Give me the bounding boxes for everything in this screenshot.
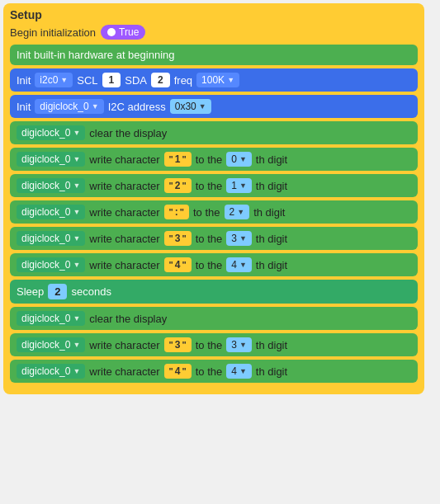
sda-label: SDA <box>125 74 147 87</box>
char-value: 4 <box>164 364 192 379</box>
chevron-down-icon: ▼ <box>199 102 206 111</box>
digiclock-write-dropdown[interactable]: digiclock_0 ▼ <box>17 337 85 352</box>
freq-label: freq <box>174 74 192 87</box>
write-rows-group-1: digiclock_0 ▼ write character 1 to the 0… <box>10 148 418 276</box>
char-value: 1 <box>164 152 192 167</box>
digit-dropdown[interactable]: 4 ▼ <box>226 364 252 379</box>
chevron-down-icon: ▼ <box>73 234 80 243</box>
chevron-down-icon: ▼ <box>60 76 68 84</box>
setup-title: Setup <box>10 8 418 21</box>
toggle-circle-icon <box>107 28 116 36</box>
init-digiclock-label: Init <box>17 101 31 113</box>
freq-dropdown[interactable]: 100K ▼ <box>196 73 239 87</box>
write-char-label: write character <box>89 153 159 166</box>
to-the-label: to the <box>196 365 223 378</box>
digiclock-device-dropdown[interactable]: digiclock_0 ▼ <box>35 99 103 114</box>
th-digit-label: th digit <box>256 153 287 166</box>
digit-dropdown[interactable]: 3 ▼ <box>226 337 252 352</box>
write-char-block: digiclock_0 ▼ write character 3 to the 3… <box>10 227 418 250</box>
setup-block: Setup Begin initialization True Init bui… <box>3 3 424 394</box>
chevron-down-icon: ▼ <box>73 155 80 163</box>
chevron-down-icon: ▼ <box>239 367 247 375</box>
chevron-down-icon: ▼ <box>239 234 247 243</box>
digit-dropdown[interactable]: 4 ▼ <box>226 257 252 272</box>
write-char-label: write character <box>89 233 159 245</box>
sleep-unit: seconds <box>71 285 111 298</box>
write-char-block: digiclock_0 ▼ write character 4 to the 4… <box>10 360 418 383</box>
to-the-label: to the <box>196 153 223 166</box>
sda-val[interactable]: 2 <box>151 73 170 87</box>
i2c-device-dropdown[interactable]: i2c0 ▼ <box>35 73 73 87</box>
write-char-block: digiclock_0 ▼ write character 4 to the 4… <box>10 253 418 276</box>
digit-dropdown[interactable]: 0 ▼ <box>226 152 252 167</box>
write-rows-group-2: digiclock_0 ▼ write character 3 to the 3… <box>10 333 418 383</box>
chevron-down-icon: ▼ <box>239 261 247 269</box>
char-value: : <box>164 205 189 219</box>
chevron-down-icon: ▼ <box>73 314 80 323</box>
chevron-down-icon: ▼ <box>92 102 99 111</box>
digiclock-write-dropdown[interactable]: digiclock_0 ▼ <box>17 257 85 272</box>
chevron-down-icon: ▼ <box>239 155 247 163</box>
to-the-label: to the <box>196 339 223 351</box>
char-value: 2 <box>164 178 192 193</box>
sleep-value[interactable]: 2 <box>48 284 67 299</box>
th-digit-label: th digit <box>256 259 287 271</box>
chevron-down-icon: ▼ <box>73 261 80 269</box>
scl-label: SCL <box>77 74 97 87</box>
clear-display-1: digiclock_0 ▼ clear the display <box>10 121 418 144</box>
th-digit-label: th digit <box>256 365 287 378</box>
scl-val[interactable]: 1 <box>102 73 121 87</box>
init-i2c-block: Init i2c0 ▼ SCL 1 SDA 2 freq 100K ▼ <box>10 68 418 92</box>
chevron-down-icon: ▼ <box>73 208 80 216</box>
th-digit-label: th digit <box>256 233 287 245</box>
clear-display-2: digiclock_0 ▼ clear the display <box>10 307 418 330</box>
clear-label-2: clear the display <box>89 313 167 325</box>
write-char-block: digiclock_0 ▼ write character 3 to the 3… <box>10 333 418 356</box>
write-char-block: digiclock_0 ▼ write character 1 to the 0… <box>10 148 418 171</box>
th-digit-label: th digit <box>256 339 287 351</box>
write-char-label: write character <box>89 365 159 378</box>
digit-dropdown[interactable]: 3 ▼ <box>226 231 252 246</box>
th-digit-label: th digit <box>253 206 285 219</box>
chevron-down-icon: ▼ <box>73 181 80 190</box>
char-value: 3 <box>164 231 192 246</box>
th-digit-label: th digit <box>256 180 287 192</box>
init-hardware-block: Init built-in hardware at beginning <box>10 45 418 65</box>
digiclock-write-dropdown[interactable]: digiclock_0 ▼ <box>17 152 85 167</box>
chevron-down-icon: ▼ <box>73 129 80 137</box>
to-the-label: to the <box>196 233 223 245</box>
digiclock-clear1-dropdown[interactable]: digiclock_0 ▼ <box>17 125 85 140</box>
to-the-label: to the <box>196 180 223 192</box>
write-char-block: digiclock_0 ▼ write character : to the 2… <box>10 200 418 224</box>
to-the-label: to the <box>193 206 220 219</box>
char-value: 4 <box>164 257 192 272</box>
digiclock-write-dropdown[interactable]: digiclock_0 ▼ <box>17 231 85 246</box>
digiclock-write-dropdown[interactable]: digiclock_0 ▼ <box>17 205 85 219</box>
digiclock-write-dropdown[interactable]: digiclock_0 ▼ <box>17 364 85 379</box>
init-hardware-label: Init built-in hardware at beginning <box>17 49 175 61</box>
chevron-down-icon: ▼ <box>239 341 247 349</box>
digiclock-clear2-dropdown[interactable]: digiclock_0 ▼ <box>17 311 85 326</box>
chevron-down-icon: ▼ <box>239 181 247 190</box>
init-i2c-label: Init <box>17 74 31 87</box>
char-value: 3 <box>164 337 192 352</box>
digit-dropdown[interactable]: 1 ▼ <box>226 178 252 193</box>
i2c-address-label: I2C address <box>108 101 166 113</box>
begin-label: Begin initialization <box>10 26 96 39</box>
i2c-address-dropdown[interactable]: 0x30 ▼ <box>170 99 211 114</box>
sleep-block: Sleep 2 seconds <box>10 280 418 304</box>
write-char-label: write character <box>89 206 159 219</box>
chevron-down-icon: ▼ <box>73 367 80 375</box>
digiclock-write-dropdown[interactable]: digiclock_0 ▼ <box>17 178 85 193</box>
init-digiclock-block: Init digiclock_0 ▼ I2C address 0x30 ▼ <box>10 95 418 118</box>
write-char-block: digiclock_0 ▼ write character 2 to the 1… <box>10 174 418 197</box>
begin-row: Begin initialization True <box>10 25 418 40</box>
digit-dropdown[interactable]: 2 ▼ <box>225 205 250 219</box>
to-the-label: to the <box>196 259 223 271</box>
clear-label-1: clear the display <box>89 127 167 139</box>
begin-toggle[interactable]: True <box>101 25 145 40</box>
write-char-label: write character <box>89 259 159 271</box>
write-char-label: write character <box>89 339 159 351</box>
begin-value: True <box>119 26 139 38</box>
chevron-down-icon: ▼ <box>227 76 234 84</box>
